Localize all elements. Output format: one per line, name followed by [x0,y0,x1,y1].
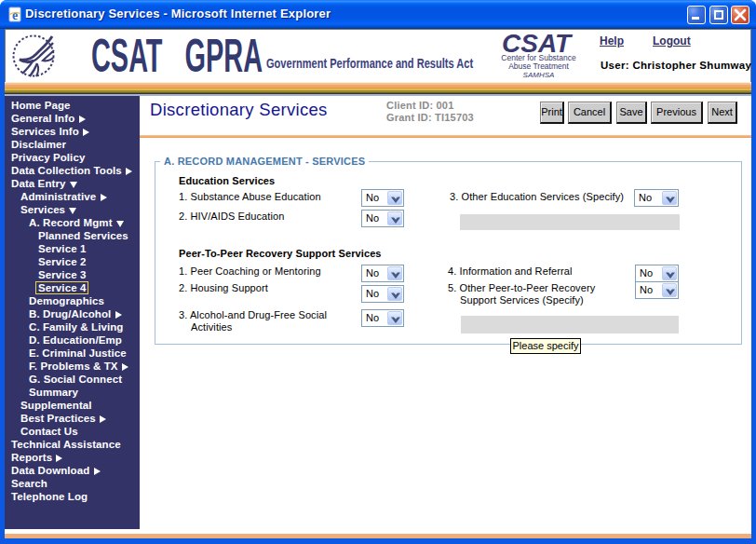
svg-text:e: e [12,8,18,22]
